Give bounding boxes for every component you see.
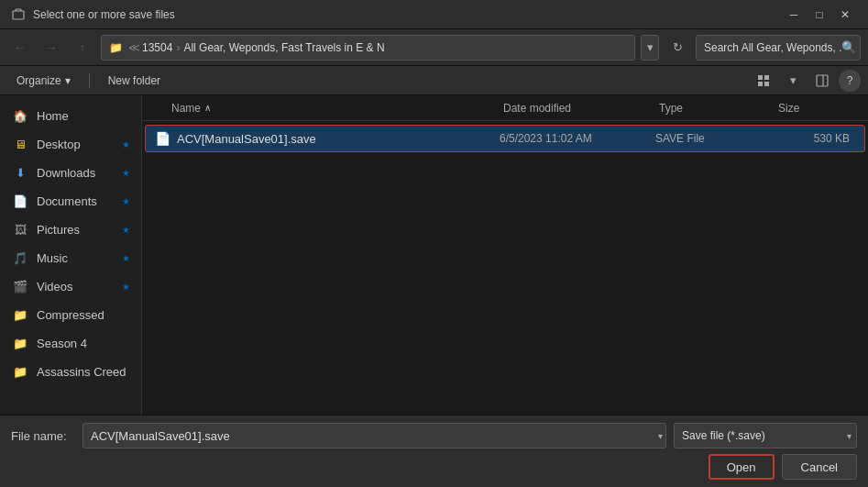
- sidebar-item-label: Compressed: [37, 308, 130, 322]
- sidebar-item-music[interactable]: 🎵 Music ★: [4, 244, 137, 271]
- videos-icon: 🎬: [11, 277, 29, 295]
- pin-icon: ★: [122, 139, 130, 149]
- sidebar-item-pictures[interactable]: 🖼 Pictures ★: [4, 216, 137, 243]
- table-row[interactable]: 📄 ACV[ManualSave01].save 6/5/2023 11:02 …: [145, 125, 865, 152]
- column-headers: Name ∧ Date modified Type Size: [142, 95, 868, 121]
- organize-chevron-icon: ▾: [65, 74, 71, 87]
- svg-rect-0: [13, 11, 24, 19]
- sidebar-item-desktop[interactable]: 🖥 Desktop ★: [4, 130, 137, 158]
- downloads-icon: ⬇: [11, 163, 29, 182]
- breadcrumb-bar[interactable]: 📁 ≪ 13504 › All Gear, Weponds, Fast Trav…: [101, 35, 635, 61]
- maximize-button[interactable]: □: [808, 3, 831, 27]
- back-button[interactable]: ←: [7, 35, 33, 61]
- pin-icon: ★: [122, 196, 130, 206]
- svg-rect-2: [764, 75, 769, 80]
- documents-icon: 📄: [11, 192, 29, 210]
- music-icon: 🎵: [11, 249, 29, 267]
- filename-input-wrap: ▾: [82, 423, 666, 448]
- filename-label: File name:: [11, 429, 75, 443]
- minimize-button[interactable]: ─: [782, 3, 806, 27]
- close-button[interactable]: ✕: [833, 3, 857, 27]
- sidebar-item-label: Music: [37, 251, 115, 265]
- new-folder-button[interactable]: New folder: [99, 70, 170, 92]
- search-bar[interactable]: 🔍: [696, 35, 861, 61]
- sidebar-item-season4[interactable]: 📁 Season 4: [4, 329, 137, 357]
- filetype-select-wrap[interactable]: Save file (*.save) All files (*.*): [674, 423, 857, 448]
- pin-icon: ★: [122, 168, 130, 178]
- assassins-icon: 📁: [11, 362, 29, 381]
- pin-icon: ★: [122, 225, 130, 235]
- sidebar-item-downloads[interactable]: ⬇ Downloads ★: [4, 159, 137, 186]
- svg-rect-5: [817, 75, 828, 86]
- col-header-type[interactable]: Type: [659, 102, 778, 115]
- filename-row: File name: ▾ Save file (*.save) All file…: [11, 423, 857, 448]
- organize-button[interactable]: Organize ▾: [7, 70, 80, 92]
- window-title: Select one or more save files: [33, 8, 782, 21]
- file-icon: 📄: [153, 129, 171, 148]
- view-toggle-button[interactable]: [751, 70, 776, 92]
- sidebar-item-assassins[interactable]: 📁 Assassins Creed: [4, 358, 137, 385]
- desktop-icon: 🖥: [11, 135, 29, 153]
- toolbar: Organize ▾ New folder ▾ ?: [0, 66, 868, 95]
- sidebar-item-home[interactable]: 🏠 Home: [4, 102, 137, 129]
- help-button[interactable]: ?: [839, 70, 861, 92]
- window-icon: [11, 7, 26, 22]
- view-dropdown-button[interactable]: ▾: [780, 70, 806, 92]
- pictures-icon: 🖼: [11, 220, 29, 238]
- cancel-button[interactable]: Cancel: [782, 454, 857, 480]
- season4-icon: 📁: [11, 334, 29, 352]
- svg-rect-4: [764, 82, 769, 86]
- refresh-button[interactable]: ↻: [665, 35, 690, 61]
- toolbar-right: ▾ ?: [751, 70, 861, 92]
- search-icon: 🔍: [841, 40, 856, 54]
- address-bar: ← → ↑ 📁 ≪ 13504 › All Gear, Weponds, Fas…: [0, 29, 868, 66]
- sidebar-item-label: Documents: [37, 194, 115, 208]
- breadcrumb-13504: 13504: [142, 41, 172, 54]
- sort-arrow-icon: ∧: [204, 103, 211, 113]
- home-icon: 🏠: [11, 106, 29, 125]
- breadcrumb-folder: All Gear, Weponds, Fast Travels in E & N: [183, 41, 384, 54]
- file-type: SAVE File: [655, 132, 775, 145]
- buttons-row: Open Cancel: [11, 454, 857, 480]
- sidebar-item-label: Pictures: [37, 223, 115, 237]
- sidebar: 🏠 Home 🖥 Desktop ★ ⬇ Downloads ★ 📄 Docum…: [0, 95, 142, 415]
- breadcrumb-sep: ›: [176, 41, 180, 54]
- svg-rect-1: [758, 75, 763, 80]
- organize-label: Organize: [16, 74, 61, 87]
- window-controls: ─ □ ✕: [782, 3, 857, 27]
- file-area: Name ∧ Date modified Type Size 📄 ACV[Man…: [142, 95, 868, 415]
- bottom-bar: File name: ▾ Save file (*.save) All file…: [0, 415, 868, 487]
- main-area: 🏠 Home 🖥 Desktop ★ ⬇ Downloads ★ 📄 Docum…: [0, 95, 868, 415]
- compressed-icon: 📁: [11, 305, 29, 324]
- folder-icon: 📁: [109, 41, 123, 54]
- sidebar-item-compressed[interactable]: 📁 Compressed: [4, 301, 137, 328]
- sidebar-item-label: Downloads: [37, 166, 115, 180]
- sidebar-item-label: Home: [37, 109, 130, 123]
- col-header-name[interactable]: Name ∧: [149, 102, 503, 115]
- sidebar-item-documents[interactable]: 📄 Documents ★: [4, 187, 137, 215]
- breadcrumb-dropdown[interactable]: ▾: [641, 35, 659, 61]
- title-bar: Select one or more save files ─ □ ✕: [0, 0, 868, 29]
- pin-icon: ★: [122, 282, 130, 292]
- file-list: 📄 ACV[ManualSave01].save 6/5/2023 11:02 …: [142, 121, 868, 415]
- filename-input[interactable]: [82, 423, 666, 448]
- filetype-select[interactable]: Save file (*.save) All files (*.*): [674, 423, 857, 448]
- svg-rect-3: [758, 82, 763, 86]
- pin-icon: ★: [122, 253, 130, 263]
- file-name: ACV[ManualSave01].save: [177, 132, 500, 146]
- sidebar-item-label: Season 4: [37, 337, 130, 350]
- up-button[interactable]: ↑: [70, 35, 95, 61]
- breadcrumb-part1: ≪: [128, 41, 140, 54]
- preview-pane-button[interactable]: [809, 70, 835, 92]
- file-date: 6/5/2023 11:02 AM: [500, 132, 655, 145]
- forward-button[interactable]: →: [38, 35, 64, 61]
- search-input[interactable]: [704, 41, 841, 54]
- toolbar-separator: [89, 73, 90, 88]
- sidebar-item-label: Desktop: [37, 138, 115, 151]
- open-button[interactable]: Open: [709, 454, 775, 480]
- sidebar-item-label: Assassins Creed: [37, 365, 130, 379]
- col-header-size[interactable]: Size: [778, 102, 861, 115]
- new-folder-label: New folder: [108, 74, 160, 87]
- col-header-date[interactable]: Date modified: [503, 102, 659, 115]
- sidebar-item-videos[interactable]: 🎬 Videos ★: [4, 272, 137, 300]
